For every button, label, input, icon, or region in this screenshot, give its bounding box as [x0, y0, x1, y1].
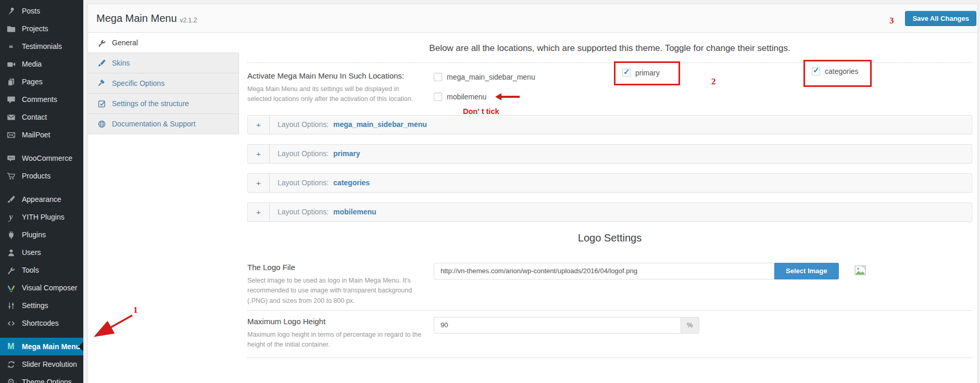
expand-button[interactable]: + — [248, 174, 270, 192]
sidebar-item-label: Appearance — [22, 195, 61, 203]
checkbox-mobilemenu[interactable] — [434, 93, 442, 101]
logo-file-controls: Select Image — [434, 263, 866, 306]
layout-options-value[interactable]: primary — [333, 145, 360, 163]
tab-label: Specific Options — [112, 79, 165, 87]
tab-settings-of-structure[interactable]: Settings of the structure — [88, 94, 239, 114]
sidebar-item-media[interactable]: Media — [0, 55, 83, 73]
checkbox-label: primary — [635, 69, 660, 77]
tab-label: Skins — [112, 59, 130, 67]
sidebar-item-label: Media — [22, 60, 42, 68]
checkbox-mega-main-sidebar-menu[interactable] — [434, 73, 442, 81]
media-icon — [6, 60, 16, 69]
hammer-icon — [97, 79, 106, 88]
activate-locations-setting: Activate Mega Main Menu In Such Location… — [247, 71, 972, 105]
mail-icon — [6, 131, 16, 139]
sidebar-item-woocommerce[interactable]: Woo WooCommerce — [0, 149, 83, 167]
sidebar-item-shortcodes[interactable]: Shortcodes — [0, 314, 83, 332]
tab-general[interactable]: General — [88, 33, 239, 53]
sidebar-item-mega-main-menu[interactable]: M Mega Main Menu — [0, 338, 83, 355]
annotation-dont-tick: Don' t tick — [463, 107, 499, 116]
layout-options-value[interactable]: categories — [333, 174, 370, 192]
refresh-icon — [6, 360, 16, 369]
layout-options-row-categories: + Layout Options: categories — [247, 173, 972, 193]
layout-options-value[interactable]: mega_main_sidebar_menu — [333, 116, 427, 134]
layout-options-row-mobilemenu: + Layout Options: mobilemenu — [247, 202, 972, 222]
sidebar-item-label: Comments — [22, 95, 57, 104]
save-all-changes-button[interactable]: Save All Changes — [905, 11, 976, 26]
expand-button[interactable]: + — [248, 116, 270, 134]
checkbox-label: mobilemenu — [447, 93, 486, 101]
sidebar-item-tools[interactable]: Tools — [0, 261, 83, 279]
code-icon — [6, 319, 16, 328]
brush-icon — [6, 195, 16, 204]
setting-label-block: The Logo File Select image to be used as… — [247, 263, 434, 306]
select-image-button[interactable]: Select Image — [774, 263, 839, 279]
tab-documentation-support[interactable]: Documentation & Support — [88, 114, 239, 134]
sidebar-item-pages[interactable]: Pages — [0, 73, 83, 91]
divider — [247, 358, 972, 358]
mega-menu-icon: M — [6, 342, 16, 351]
cart-icon — [6, 172, 16, 181]
woocommerce-icon: Woo — [6, 154, 16, 163]
max-logo-height-controls: % — [434, 317, 699, 350]
layout-options-row-primary: + Layout Options: primary — [247, 144, 972, 163]
layout-options-row-mega-main-sidebar-menu: + Layout Options: mega_main_sidebar_menu — [247, 115, 972, 134]
sidebar-item-label: Products — [22, 172, 51, 180]
activate-locations-label: Activate Mega Main Menu In Such Location… — [247, 71, 434, 80]
checkbox-row-mega-main-sidebar-menu: mega_main_sidebar_menu — [434, 71, 622, 83]
sidebar-item-slider-revolution[interactable]: Slider Revolution — [0, 355, 83, 373]
sidebar-item-comments[interactable]: Comments — [0, 91, 83, 108]
layout-options-list: + Layout Options: mega_main_sidebar_menu… — [247, 115, 972, 222]
layout-options-label: Layout Options: — [270, 174, 329, 192]
checkbox-row-primary: primary — [622, 71, 812, 83]
quote-icon: ❝ — [6, 44, 16, 53]
comment-icon — [6, 95, 16, 104]
annotation-arrow-mobilemenu — [492, 93, 520, 100]
intro-text: Below are all the locations, which are s… — [247, 43, 972, 54]
sidebar-item-theme-options[interactable]: ⚙ Theme Options — [0, 373, 83, 383]
sidebar-item-label: Shortcodes — [22, 319, 59, 327]
sidebar-item-visual-composer[interactable]: Visual Composer — [0, 279, 83, 297]
sidebar-item-plugins[interactable]: Plugins — [0, 226, 83, 244]
tab-specific-options[interactable]: Specific Options — [88, 73, 239, 94]
max-logo-height-label: Maximum Logo Height — [247, 317, 434, 326]
divider — [247, 310, 972, 311]
layout-options-value[interactable]: mobilemenu — [333, 203, 376, 221]
sidebar-item-label: Contact — [22, 113, 47, 121]
checkbox-categories[interactable] — [812, 67, 820, 75]
pin-icon — [6, 7, 16, 16]
sidebar-item-label: MailPoet — [22, 131, 50, 139]
sidebar-item-yith-plugins[interactable]: y YITH Plugins — [0, 208, 83, 226]
sidebar-item-appearance[interactable]: Appearance — [0, 190, 83, 208]
version-badge: v2.1.2 — [180, 17, 197, 24]
expand-button[interactable]: + — [248, 145, 270, 163]
sidebar-item-settings[interactable]: Settings — [0, 297, 83, 314]
setting-label-block: Activate Mega Main Menu In Such Location… — [247, 71, 434, 105]
locations-checkbox-grid: mega_main_sidebar_menu primary categorie… — [434, 71, 972, 105]
logo-url-input[interactable] — [434, 263, 774, 279]
sidebar-item-contact[interactable]: Contact — [0, 108, 83, 126]
wrench-icon — [6, 266, 16, 275]
sidebar-item-label: Projects — [22, 24, 48, 33]
broken-image-icon — [855, 265, 866, 277]
tab-label: Documentation & Support — [112, 120, 195, 128]
checkbox-row-categories: categories — [812, 71, 972, 83]
sidebar-item-testimonials[interactable]: ❝ Testimonials — [0, 37, 83, 55]
annotation-red-box-categories: categories — [803, 60, 872, 87]
tab-skins[interactable]: Skins — [88, 53, 239, 73]
max-logo-height-description: Maximum logo height in terms of percenta… — [247, 330, 424, 350]
svg-text:Woo: Woo — [8, 157, 14, 159]
logo-file-setting: The Logo File Select image to be used as… — [247, 263, 972, 306]
sidebar-item-products[interactable]: Products — [0, 167, 83, 185]
activate-locations-description: Mega Main Menu and its settings will be … — [247, 84, 424, 105]
expand-button[interactable]: + — [248, 203, 270, 221]
panel-header: Mega Main Menu v2.1.2 Save All Changes — [88, 4, 977, 33]
envelope-icon — [6, 113, 16, 122]
max-logo-height-input[interactable] — [434, 317, 681, 334]
sidebar-item-posts[interactable]: Posts — [0, 2, 83, 20]
checkbox-primary[interactable] — [622, 69, 631, 77]
sidebar-item-mailpoet[interactable]: MailPoet — [0, 126, 83, 144]
sidebar-item-label: Visual Composer — [22, 284, 77, 292]
sidebar-item-projects[interactable]: Projects — [0, 20, 83, 37]
sidebar-item-users[interactable]: Users — [0, 244, 83, 261]
